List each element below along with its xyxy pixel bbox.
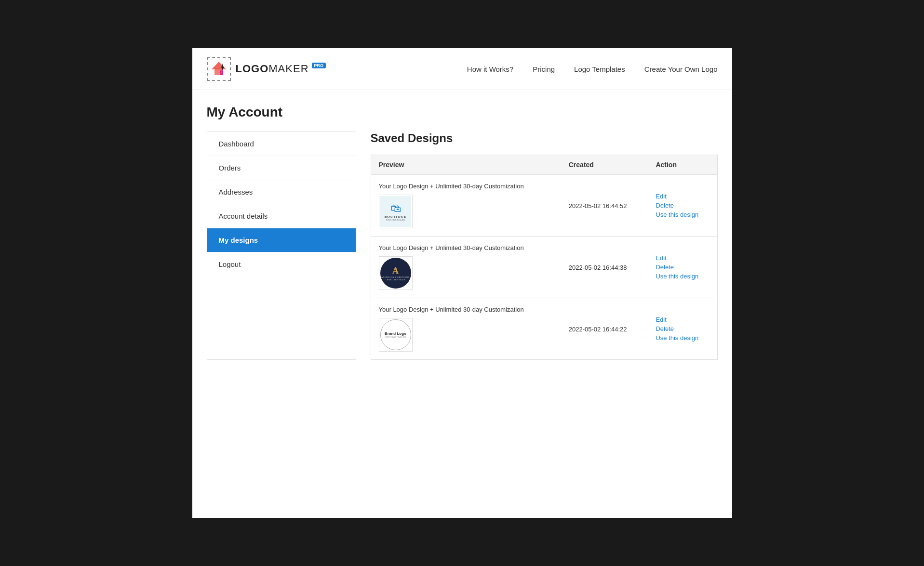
anderson-letter: A — [392, 266, 399, 276]
delete-link-3[interactable]: Delete — [656, 325, 709, 332]
nav-logo-templates[interactable]: Logo Templates — [574, 65, 625, 73]
logo-text: LOGOMAKER — [236, 63, 309, 75]
saved-designs-title: Saved Designs — [371, 132, 718, 145]
boutique-name: BOUTIQUE — [385, 215, 407, 219]
use-design-link-1[interactable]: Use this design — [656, 211, 709, 218]
created-date-3: 2022-05-02 16:44:22 — [569, 326, 627, 333]
action-links-2: Edit Delete Use this design — [656, 254, 709, 280]
preview-boutique: 🛍 BOUTIQUE YOUR OWN TAGLINE — [380, 196, 411, 227]
use-design-link-2[interactable]: Use this design — [656, 273, 709, 280]
page-wrapper: LOGOMAKER PRO How it Works? Pricing Logo… — [192, 48, 732, 518]
designs-table: Preview Created Action Your Logo Design … — [371, 155, 718, 360]
logo-text-group: LOGOMAKER PRO — [236, 63, 326, 75]
table-body: Your Logo Design + Unlimited 30-day Cust… — [371, 175, 717, 360]
design-description-3: Your Logo Design + Unlimited 30-day Cust… — [379, 306, 553, 313]
table-row: Your Logo Design + Unlimited 30-day Cust… — [371, 175, 717, 237]
design-preview-box-2: A ANDERSON & PARTNERSLEGAL SERVICES — [379, 256, 413, 290]
edit-link-2[interactable]: Edit — [656, 254, 709, 262]
sidebar-item-addresses[interactable]: Addresses — [207, 180, 356, 204]
table-row: Your Logo Design + Unlimited 30-day Cust… — [371, 298, 717, 360]
svg-rect-2 — [220, 70, 223, 75]
preview-cell-3: Your Logo Design + Unlimited 30-day Cust… — [371, 298, 561, 360]
logo-icon — [207, 57, 231, 81]
edit-link-3[interactable]: Edit — [656, 316, 709, 323]
header: LOGOMAKER PRO How it Works? Pricing Logo… — [192, 48, 732, 90]
nav-create-logo[interactable]: Create Your Own Logo — [644, 65, 718, 73]
sidebar-item-logout[interactable]: Logout — [207, 252, 356, 276]
logo-light: MAKER — [268, 63, 308, 75]
action-cell-3: Edit Delete Use this design — [648, 298, 717, 360]
anderson-name: ANDERSON & PARTNERSLEGAL SERVICES — [381, 276, 409, 281]
preview-cell-1: Your Logo Design + Unlimited 30-day Cust… — [371, 175, 561, 237]
sidebar-item-dashboard[interactable]: Dashboard — [207, 132, 356, 156]
table-header-row: Preview Created Action — [371, 155, 717, 175]
preview-cell-2: Your Logo Design + Unlimited 30-day Cust… — [371, 237, 561, 298]
account-section: My Account Dashboard Orders Addresses Ac… — [192, 90, 732, 360]
sidebar-item-account-details[interactable]: Account details — [207, 204, 356, 228]
col-preview: Preview — [371, 155, 561, 175]
action-links-3: Edit Delete Use this design — [656, 316, 709, 342]
page-title: My Account — [207, 105, 718, 120]
col-created: Created — [561, 155, 648, 175]
design-description-1: Your Logo Design + Unlimited 30-day Cust… — [379, 183, 553, 190]
main-content: Saved Designs Preview Created Action — [356, 132, 718, 360]
preview-anderson: A ANDERSON & PARTNERSLEGAL SERVICES — [380, 258, 411, 289]
brand-circle-text: YOUR OWN TAGLINE — [385, 336, 406, 338]
nav-how-it-works[interactable]: How it Works? — [467, 65, 513, 73]
edit-link-1[interactable]: Edit — [656, 193, 709, 200]
design-preview-box-1: 🛍 BOUTIQUE YOUR OWN TAGLINE — [379, 195, 413, 228]
table-head: Preview Created Action — [371, 155, 717, 175]
main-nav: How it Works? Pricing Logo Templates Cre… — [467, 65, 718, 73]
action-links-1: Edit Delete Use this design — [656, 193, 709, 218]
created-date-2: 2022-05-02 16:44:38 — [569, 264, 627, 271]
design-preview-box-3: Brand Logo YOUR OWN TAGLINE — [379, 318, 413, 352]
sidebar: Dashboard Orders Addresses Account detai… — [207, 132, 356, 360]
col-action: Action — [648, 155, 717, 175]
logo-bold: LOGO — [236, 63, 269, 75]
sidebar-item-my-designs[interactable]: My designs — [207, 228, 356, 252]
created-cell-3: 2022-05-02 16:44:22 — [561, 298, 648, 360]
delete-link-1[interactable]: Delete — [656, 202, 709, 209]
sidebar-item-orders[interactable]: Orders — [207, 156, 356, 180]
use-design-link-3[interactable]: Use this design — [656, 334, 709, 342]
delete-link-2[interactable]: Delete — [656, 263, 709, 271]
account-body: Dashboard Orders Addresses Account detai… — [207, 132, 718, 360]
bag-icon: 🛍 — [390, 202, 401, 215]
logo-pro-badge: PRO — [312, 63, 326, 68]
action-cell-1: Edit Delete Use this design — [648, 175, 717, 237]
action-cell-2: Edit Delete Use this design — [648, 237, 717, 298]
brand-center-text: Brand Logo — [385, 331, 406, 336]
nav-pricing[interactable]: Pricing — [533, 65, 555, 73]
created-date-1: 2022-05-02 16:44:52 — [569, 202, 627, 210]
logo-area: LOGOMAKER PRO — [207, 57, 326, 81]
table-row: Your Logo Design + Unlimited 30-day Cust… — [371, 237, 717, 298]
design-description-2: Your Logo Design + Unlimited 30-day Cust… — [379, 244, 553, 251]
boutique-tagline: YOUR OWN TAGLINE — [386, 219, 405, 221]
preview-brand: Brand Logo YOUR OWN TAGLINE — [380, 319, 411, 350]
created-cell-1: 2022-05-02 16:44:52 — [561, 175, 648, 237]
created-cell-2: 2022-05-02 16:44:38 — [561, 237, 648, 298]
